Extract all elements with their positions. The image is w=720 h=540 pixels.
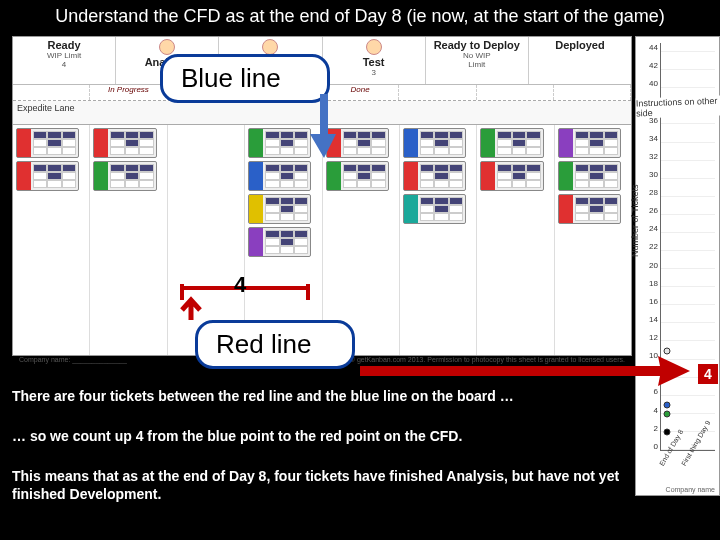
cfd-x-footer: Company name: [660, 486, 715, 493]
badge-four: 4: [698, 364, 718, 384]
col-wip-value: Limit: [468, 60, 485, 69]
cfd-instruction-text: Instructions on other side: [636, 95, 720, 118]
cfd-ytick: 18: [638, 279, 658, 288]
cfd-ytick: 30: [638, 170, 658, 179]
arrow-red-up-icon: [180, 294, 202, 320]
col-test: Test 3: [323, 37, 426, 84]
ticket: [480, 128, 543, 158]
ticket: [248, 227, 311, 257]
col-ready: Ready WIP Limit 4: [13, 37, 116, 84]
cfd-ytick: 42: [638, 61, 658, 70]
ticket: [558, 161, 621, 191]
ticket: [16, 161, 79, 191]
cfd-ytick: 4: [638, 406, 658, 415]
cfd-chart: Number of Tickets 0246810121416182022242…: [635, 36, 720, 496]
cfd-ytick: 14: [638, 315, 658, 324]
cfd-ytick: 40: [638, 79, 658, 88]
cfd-ytick: 24: [638, 224, 658, 233]
board-column: [90, 125, 167, 355]
subcol: [477, 85, 554, 100]
subcol: [13, 85, 90, 100]
slide-title: Understand the CFD as at the end of Day …: [0, 6, 720, 27]
ticket: [558, 128, 621, 158]
col-wip-label: No WIP: [463, 51, 491, 60]
col-title: Ready to Deploy: [434, 39, 520, 51]
avatar-icon: [262, 39, 278, 55]
board-column: [400, 125, 477, 355]
paragraph-3: This means that as at the end of Day 8, …: [12, 468, 660, 503]
col-wip-label: WIP Limit: [47, 51, 81, 60]
avatar-icon: [159, 39, 175, 55]
ticket: [16, 128, 79, 158]
ticket: [93, 161, 156, 191]
col-wip-value: 3: [371, 68, 375, 77]
col-deployed: Deployed: [529, 37, 631, 84]
ticket: [403, 128, 466, 158]
avatar-icon: [366, 39, 382, 55]
cfd-x-axis: End of Day 8 First thing Day 9 Company n…: [660, 453, 715, 493]
ticket: [403, 194, 466, 224]
col-title: Ready: [48, 39, 81, 51]
board-column: [555, 125, 631, 355]
paragraph-1: There are four tickets between the red l…: [12, 388, 660, 406]
board-column: [13, 125, 90, 355]
cfd-ytick: 28: [638, 188, 658, 197]
ticket: [326, 161, 389, 191]
footer-left: Company name: ______________: [19, 356, 127, 368]
cfd-data-point: [664, 347, 671, 354]
cfd-ytick: 26: [638, 206, 658, 215]
col-ready-to-deploy: Ready to Deploy No WIP Limit: [426, 37, 529, 84]
ticket: [480, 161, 543, 191]
cfd-data-point: [664, 428, 671, 435]
arrow-red-right-icon: [360, 356, 690, 386]
count-four-label: 4: [234, 272, 246, 298]
ticket: [248, 128, 311, 158]
ticket: [403, 161, 466, 191]
col-wip-value: 4: [62, 60, 66, 69]
ticket: [248, 194, 311, 224]
subcol: In Progress: [90, 85, 167, 100]
arrow-blue-down-icon: [310, 94, 338, 158]
subcol: [399, 85, 476, 100]
board-column: [477, 125, 554, 355]
cfd-ytick: 16: [638, 297, 658, 306]
cfd-ytick: 44: [638, 43, 658, 52]
cfd-ytick: 22: [638, 242, 658, 251]
cfd-ytick: 20: [638, 261, 658, 270]
ticket: [93, 128, 156, 158]
cfd-ytick: 32: [638, 152, 658, 161]
callout-blue-line: Blue line: [160, 54, 330, 103]
subcol: [554, 85, 631, 100]
cfd-data-point: [664, 401, 671, 408]
callout-red-line: Red line: [195, 320, 355, 369]
ticket: [558, 194, 621, 224]
col-title: Test: [363, 56, 385, 68]
paragraph-2: … so we count up 4 from the blue point t…: [12, 428, 660, 446]
col-title: Deployed: [555, 39, 605, 51]
ticket: [248, 161, 311, 191]
cfd-ytick: 12: [638, 333, 658, 342]
cfd-data-point: [664, 410, 671, 417]
cfd-ytick: 34: [638, 134, 658, 143]
